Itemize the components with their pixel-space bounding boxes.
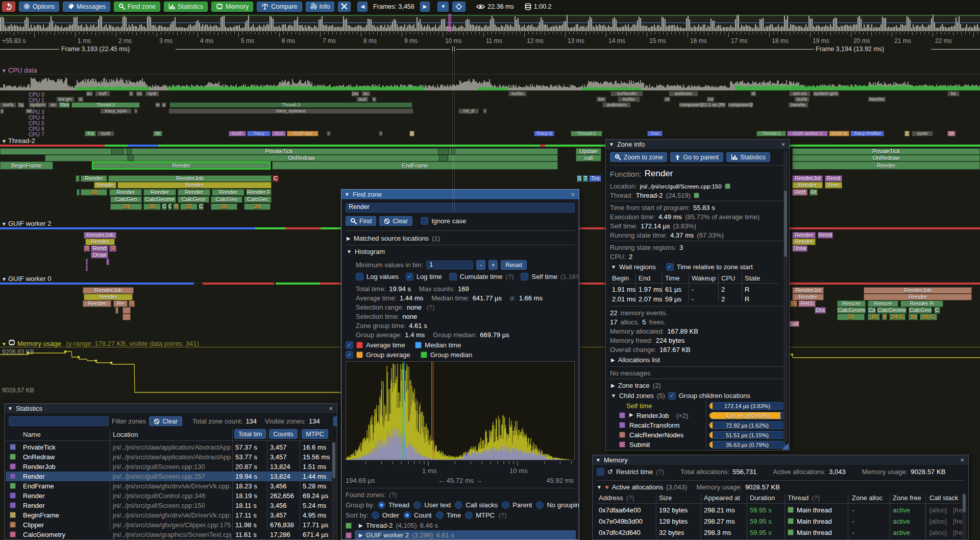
- cpu-zone[interactable]: kworke: [788, 102, 808, 108]
- zone-bar[interactable]: 9: [109, 245, 116, 252]
- wait-column-header[interactable]: State: [745, 274, 763, 282]
- column-header-location[interactable]: Location: [113, 431, 138, 438]
- cpu-zone[interactable]: system-grm: [813, 91, 839, 97]
- cpu-zone[interactable]: Tracy: [247, 131, 271, 136]
- zone-bar[interactable]: OnRedraw: [45, 155, 558, 161]
- child-zone-name[interactable]: RenderJob: [636, 412, 669, 419]
- table-row[interactable]: PrivateTickjni/../jni/src/claw/applicati…: [6, 442, 333, 452]
- found-zone-group[interactable]: ▶Thread-2(4,105)6.46 s: [346, 522, 438, 529]
- zone-bar[interactable]: [115, 307, 118, 314]
- zone-bar[interactable]: 24: [837, 314, 865, 320]
- zone-bar[interactable]: [122, 307, 131, 314]
- group-by-radio[interactable]: [378, 501, 385, 509]
- frame-label[interactable]: Frame 3,193 (22.45 ms): [61, 45, 130, 53]
- zone-bar[interactable]: [106, 259, 109, 265]
- cpu-zone[interactable]: tracy_sysn: [100, 108, 132, 114]
- table-row[interactable]: Renderjni/../jni/src/guif/Control.cpp:34…: [6, 491, 333, 501]
- zone-bar[interactable]: 8: [84, 245, 90, 252]
- statistics-button[interactable]: Statistics: [726, 152, 770, 162]
- thread-header-thread-2[interactable]: ▼Thread-2: [0, 137, 980, 145]
- zone-bar[interactable]: [439, 155, 448, 161]
- zone-bar[interactable]: Re: [113, 300, 128, 307]
- cpu-zone[interactable]: j: [904, 131, 910, 136]
- zone-bar[interactable]: Render: [84, 294, 133, 300]
- cpu-zone[interactable]: Tra: [85, 131, 96, 136]
- zone-bar[interactable]: Render: [864, 294, 972, 300]
- focus-frame-button[interactable]: [452, 2, 465, 12]
- zone-bar[interactable]: 24: [244, 203, 271, 210]
- alloc-address[interactable]: 0x7dfc42d640: [599, 529, 641, 536]
- zone-bar[interactable]: T: [583, 175, 588, 182]
- memory-column-header[interactable]: Address(?): [599, 494, 634, 502]
- zone-bar[interactable]: Render F: [246, 189, 272, 196]
- cpu-zone[interactable]: ot: [664, 97, 671, 102]
- close-icon[interactable]: ×: [959, 456, 965, 464]
- restrict-time-checkbox[interactable]: [597, 468, 604, 476]
- cpu-zone[interactable]: au: [361, 91, 371, 97]
- found-zone-group[interactable]: ▶GUIF worker 2(3,296)4.61 s: [346, 531, 454, 539]
- zone-bar[interactable]: [127, 148, 132, 155]
- zone-bar[interactable]: 5: [129, 300, 135, 307]
- alloc-appeared[interactable]: 298.21 ms: [704, 506, 735, 514]
- expand-icon[interactable]: ▶: [359, 523, 363, 528]
- zone-bar[interactable]: CalcGeo: [211, 196, 242, 203]
- cpu-zone[interactable]: aud: [356, 97, 369, 102]
- cpu-zone[interactable]: a: [409, 131, 414, 136]
- collapse-icon[interactable]: ▼: [345, 192, 350, 197]
- table-row[interactable]: OnRedrawjni/../jni/src/claw/application/…: [6, 452, 333, 462]
- zone-bar[interactable]: Draw: [792, 245, 807, 252]
- child-time-bar[interactable]: 35.63 µs (0.79%): [709, 441, 786, 449]
- zone-bar[interactable]: Rencer: [837, 300, 866, 307]
- zone-bar[interactable]: -17: [790, 300, 797, 307]
- cpu-zone[interactable]: surfac: [618, 97, 640, 102]
- collapse-icon[interactable]: ▼: [609, 142, 614, 147]
- zone-bar[interactable]: 24 C: [889, 314, 905, 320]
- alloc-zone-free[interactable]: active: [893, 529, 910, 536]
- cpu-zone[interactable]: ~: [134, 108, 138, 114]
- cpu-zone[interactable]: tracy_systrace: [168, 108, 413, 114]
- alloc-thread[interactable]: Main thread: [797, 529, 832, 536]
- cpu-zone[interactable]: GUI: [272, 131, 286, 136]
- zone-bar[interactable]: Render: [92, 161, 271, 170]
- zone-bar[interactable]: Render: [212, 189, 244, 196]
- zone-bar[interactable]: [122, 314, 131, 320]
- zone-bar[interactable]: Draw: [91, 252, 108, 259]
- cpu-zone[interactable]: syste: [912, 131, 933, 136]
- collapse-icon[interactable]: ▼: [597, 484, 602, 490]
- cpu-zone[interactable]: si: [78, 97, 84, 102]
- zone-bar[interactable]: 26: [211, 203, 237, 210]
- zone-bar[interactable]: Rend: [818, 232, 833, 239]
- zone-bar[interactable]: Render: [83, 300, 111, 307]
- zone-bar[interactable]: [76, 175, 80, 182]
- clear-filter-button[interactable]: Clear: [149, 416, 182, 426]
- memory-column-header[interactable]: Zone alloc: [852, 494, 883, 502]
- expand-icon[interactable]: ▶: [347, 236, 351, 241]
- zone-bar[interactable]: RenderJob: [108, 175, 272, 182]
- child-time-bar[interactable]: 72.92 µs (1.62%): [709, 421, 786, 429]
- zone-bar[interactable]: 22: [180, 203, 198, 210]
- toolbar-button-info[interactable]: Info: [306, 2, 335, 12]
- zone-bar[interactable]: CalcGeome: [837, 307, 866, 314]
- cpu-zone[interactable]: surfa: [0, 102, 16, 108]
- cpu-zone[interactable]: se: [48, 102, 58, 108]
- sort-by-radio[interactable]: [403, 511, 411, 519]
- zone-bar[interactable]: C: [162, 203, 167, 210]
- alloc-thread[interactable]: Main thread: [797, 506, 832, 514]
- cpu-zone[interactable]: Thre: [59, 102, 70, 108]
- legend-checkbox[interactable]: ✓: [346, 351, 353, 359]
- zone-bar[interactable]: C: [934, 307, 940, 314]
- table-row[interactable]: Renderjni/../jni/src/guif/Screen.cpp:257…: [6, 472, 333, 481]
- cpu-zone[interactable]: st: [750, 91, 756, 97]
- zone-bar[interactable]: Render: [792, 161, 980, 170]
- zone-bar[interactable]: CalcGeor: [178, 196, 209, 203]
- find-button[interactable]: Find: [346, 216, 376, 226]
- table-row[interactable]: Clipperjni/../jni/src/claw/gfx/geo/Clipp…: [6, 520, 333, 530]
- zone-bar[interactable]: call: [576, 155, 601, 161]
- zone-bar[interactable]: C: [168, 203, 172, 210]
- zone-bar[interactable]: PrivateTick: [792, 148, 980, 155]
- zone-color-swatch[interactable]: [725, 183, 730, 189]
- zone-bar[interactable]: Render: [109, 189, 142, 196]
- log-values-checkbox[interactable]: [356, 273, 363, 280]
- group-by-radio[interactable]: [536, 501, 544, 509]
- alloc-address[interactable]: 0x7dfaa64e00: [599, 506, 641, 514]
